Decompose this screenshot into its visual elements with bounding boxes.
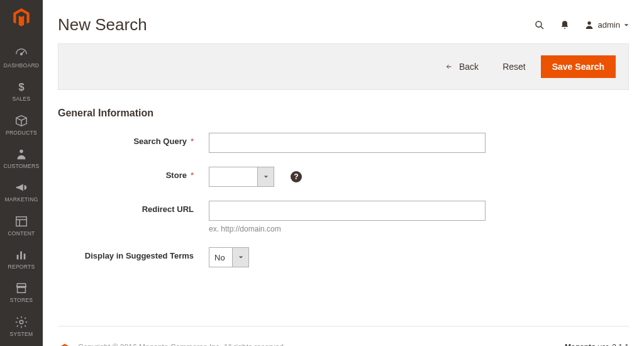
page-title: New Search <box>58 15 534 35</box>
sidebar-item-label: MARKETING <box>4 197 38 203</box>
store-label: Store* <box>58 167 209 180</box>
store-icon <box>14 281 28 295</box>
display-suggested-value: No <box>209 247 233 267</box>
footer-copyright: Copyright © 2016 Magento Commerce Inc. A… <box>78 343 565 346</box>
search-query-label: Search Query* <box>58 133 209 146</box>
svg-text:$: $ <box>18 81 24 92</box>
sidebar-item-label: REPORTS <box>8 264 35 270</box>
sidebar-item-content[interactable]: CONTENT <box>0 208 43 242</box>
gauge-icon <box>14 47 28 60</box>
sidebar-item-label: DASHBOARD <box>4 63 40 69</box>
sidebar-item-sales[interactable]: $SALES <box>0 74 43 107</box>
display-suggested-label: Display in Suggested Terms <box>58 247 209 260</box>
svg-rect-5 <box>20 252 22 260</box>
back-button-label: Back <box>459 62 479 72</box>
store-select[interactable] <box>209 167 274 187</box>
sidebar-item-partners[interactable]: FIND PARTNERS & EXTENSIONS <box>0 342 43 346</box>
chevron-down-icon <box>238 255 243 260</box>
svg-point-7 <box>19 320 23 324</box>
user-menu[interactable]: admin <box>584 20 629 30</box>
chevron-down-icon <box>624 23 629 28</box>
user-name: admin <box>598 20 620 30</box>
megaphone-icon <box>14 181 28 194</box>
redirect-url-label: Redirect URL <box>58 201 209 214</box>
svg-rect-6 <box>24 254 26 259</box>
person-icon <box>14 147 28 161</box>
section-title: General Information <box>58 108 629 119</box>
magento-logo-icon <box>58 343 72 346</box>
sidebar-item-reports[interactable]: REPORTS <box>0 242 43 275</box>
box-icon <box>14 114 28 128</box>
svg-point-13 <box>587 21 591 25</box>
bar-chart-icon <box>14 248 28 262</box>
display-suggested-toggle[interactable] <box>233 247 249 267</box>
svg-rect-3 <box>16 216 27 226</box>
search-query-input[interactable] <box>209 133 486 153</box>
redirect-url-hint: ex. http://domain.com <box>209 225 486 233</box>
sidebar-item-stores[interactable]: STORES <box>0 275 43 308</box>
gear-icon <box>14 315 28 329</box>
display-suggested-select[interactable]: No <box>209 247 249 267</box>
store-select-toggle[interactable] <box>258 167 274 187</box>
sidebar-item-system[interactable]: SYSTEM <box>0 309 43 342</box>
sidebar-item-label: SALES <box>13 96 31 102</box>
sidebar-item-label: STORES <box>10 298 33 303</box>
sidebar-item-label: CUSTOMERS <box>4 164 40 169</box>
sidebar-item-dashboard[interactable]: DASHBOARD <box>0 40 43 74</box>
bell-icon[interactable] <box>559 20 570 31</box>
search-icon[interactable] <box>534 20 545 31</box>
svg-rect-4 <box>17 255 19 259</box>
dollar-icon: $ <box>14 80 28 94</box>
sidebar-item-marketing[interactable]: MARKETING <box>0 174 43 208</box>
save-button[interactable]: Save Search <box>541 55 616 78</box>
sidebar-item-products[interactable]: PRODUCTS <box>0 108 43 141</box>
magento-logo-icon[interactable] <box>10 6 33 29</box>
redirect-url-input[interactable] <box>209 201 486 221</box>
chevron-down-icon <box>264 174 269 179</box>
store-select-value <box>209 167 258 187</box>
footer-version: Magento ver. 2.1.1 <box>565 343 629 346</box>
svg-point-0 <box>21 53 23 55</box>
arrow-left-icon <box>444 63 454 70</box>
sidebar-item-label: SYSTEM <box>10 332 33 337</box>
user-icon <box>584 20 594 30</box>
sidebar-item-label: PRODUCTS <box>6 130 37 136</box>
sidebar-item-customers[interactable]: CUSTOMERS <box>0 141 43 174</box>
sidebar-item-label: CONTENT <box>8 231 35 237</box>
help-icon[interactable]: ? <box>291 171 302 182</box>
svg-point-2 <box>19 150 23 153</box>
svg-point-12 <box>536 21 541 27</box>
footer: Copyright © 2016 Magento Commerce Inc. A… <box>58 326 629 346</box>
layout-icon <box>14 215 28 228</box>
toolbar: Back Reset Save Search <box>58 43 629 90</box>
sidebar: DASHBOARD $SALES PRODUCTS CUSTOMERS MARK… <box>0 0 43 346</box>
reset-button[interactable]: Reset <box>494 57 535 77</box>
back-button[interactable]: Back <box>435 57 487 77</box>
